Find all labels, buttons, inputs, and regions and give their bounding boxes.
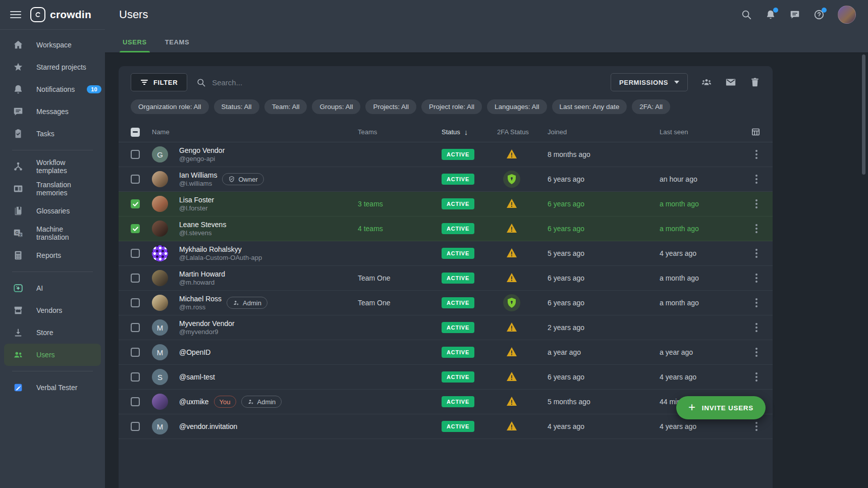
2fa-warning-icon	[496, 371, 544, 383]
sidebar-item-ai[interactable]: AI	[0, 277, 105, 299]
teams-cell[interactable]: 3 teams	[358, 200, 433, 208]
2fa-warning-icon	[496, 149, 544, 160]
notifications-bell-icon[interactable]	[765, 9, 776, 20]
sidebar-item-reports[interactable]: Reports	[0, 244, 105, 266]
translation-memory-icon	[12, 183, 24, 195]
menu-hamburger-icon[interactable]	[10, 9, 21, 20]
user-name[interactable]: Martin Howard	[179, 269, 225, 279]
user-name[interactable]: Mykhailo Rohalskyy	[179, 245, 262, 254]
row-checkbox[interactable]	[131, 150, 140, 159]
help-icon[interactable]	[813, 9, 825, 20]
row-menu-kebab-icon[interactable]	[752, 247, 761, 259]
notification-dot	[773, 8, 778, 13]
search-icon[interactable]	[741, 9, 752, 20]
row-menu-kebab-icon[interactable]	[752, 148, 761, 160]
permissions-dropdown[interactable]: PERMISSIONS	[611, 73, 688, 91]
sidebar: Workspace Starred projects Notifications…	[0, 29, 105, 488]
row-menu-kebab-icon[interactable]	[752, 346, 761, 358]
column-header-status[interactable]: Status ↓	[433, 128, 496, 136]
joined-cell: 5 months ago	[544, 398, 649, 406]
row-checkbox[interactable]	[131, 224, 140, 233]
user-name[interactable]: Gengo Vendor	[179, 146, 225, 155]
column-header-last-seen[interactable]: Last seen	[649, 128, 748, 136]
row-menu-kebab-icon[interactable]	[752, 371, 761, 383]
filter-chip-groups[interactable]: Groups: All	[312, 99, 360, 114]
tab-users[interactable]: USERS	[123, 38, 147, 52]
search-input[interactable]	[212, 78, 373, 87]
row-menu-kebab-icon[interactable]	[752, 223, 761, 235]
teams-cell[interactable]: 4 teams	[358, 225, 433, 233]
user-avatar[interactable]	[838, 6, 856, 24]
filter-chip-team[interactable]: Team: All	[264, 99, 307, 114]
last-seen-cell: a month ago	[649, 274, 748, 282]
user-name[interactable]: Myvendor Vendor	[179, 319, 235, 328]
row-checkbox[interactable]	[131, 249, 140, 258]
joined-cell: 6 years ago	[544, 299, 649, 307]
filter-chip-languages[interactable]: Languages: All	[487, 99, 547, 114]
user-handle: @m.ross	[179, 303, 222, 311]
filter-chip-status[interactable]: Status: All	[214, 99, 259, 114]
row-checkbox[interactable]	[131, 323, 140, 332]
row-menu-kebab-icon[interactable]	[752, 272, 761, 284]
column-header-joined[interactable]: Joined	[544, 128, 649, 136]
row-checkbox[interactable]	[131, 422, 140, 431]
crowdin-logo[interactable]: crowdin	[30, 7, 91, 22]
column-settings-icon[interactable]	[748, 127, 761, 137]
row-checkbox[interactable]	[131, 199, 140, 208]
column-header-name[interactable]: Name	[152, 128, 358, 136]
filter-chip-projects[interactable]: Projects: All	[365, 99, 416, 114]
avatar	[152, 171, 168, 187]
column-header-teams[interactable]: Teams	[358, 128, 433, 136]
filter-button[interactable]: FILTER	[131, 73, 187, 91]
row-menu-kebab-icon[interactable]	[752, 321, 761, 334]
sidebar-item-machine-translation[interactable]: G文 Machine translation	[0, 222, 105, 244]
user-handle: @l.forster	[179, 204, 214, 212]
row-checkbox[interactable]	[131, 175, 140, 184]
tab-teams[interactable]: TEAMS	[165, 38, 190, 52]
sidebar-item-notifications[interactable]: Notifications 10	[0, 78, 105, 100]
row-checkbox[interactable]	[131, 372, 140, 382]
row-menu-kebab-icon[interactable]	[752, 297, 761, 309]
user-name[interactable]: @saml-test	[179, 372, 215, 382]
trash-icon[interactable]	[749, 77, 761, 88]
row-checkbox[interactable]	[131, 397, 140, 406]
row-checkbox[interactable]	[131, 298, 140, 307]
sidebar-item-tasks[interactable]: Tasks	[0, 123, 105, 145]
sidebar-item-verbal-tester[interactable]: Verbal Tester	[0, 376, 105, 399]
invite-users-button[interactable]: + INVITE USERS	[676, 396, 766, 419]
user-name[interactable]: Lisa Foster	[179, 195, 214, 204]
sidebar-item-workflow-templates[interactable]: Workflow templates	[0, 155, 105, 178]
user-name[interactable]: @OpenID	[179, 348, 210, 357]
mail-icon[interactable]	[725, 77, 736, 88]
topbar-brand-area: crowdin	[0, 7, 105, 22]
sidebar-item-vendors[interactable]: Vendors	[0, 299, 105, 321]
manage-teams-icon[interactable]	[701, 77, 712, 88]
joined-cell: 6 years ago	[544, 200, 649, 208]
sidebar-item-users[interactable]: Users	[4, 344, 101, 366]
filter-chip-project-role[interactable]: Project role: All	[421, 99, 482, 114]
filter-chip-2fa[interactable]: 2FA: All	[632, 99, 670, 114]
row-menu-kebab-icon[interactable]	[752, 198, 761, 210]
2fa-shield-icon	[496, 294, 544, 311]
filter-chip-organization-role[interactable]: Organization role: All	[131, 99, 209, 114]
user-name[interactable]: Ian Williams	[179, 171, 217, 180]
sidebar-item-workspace[interactable]: Workspace	[0, 34, 105, 56]
filter-chip-last-seen[interactable]: Last seen: Any date	[552, 99, 627, 114]
sidebar-item-glossaries[interactable]: Glossaries	[0, 200, 105, 222]
sidebar-item-store[interactable]: Store	[0, 321, 105, 344]
row-checkbox[interactable]	[131, 348, 140, 357]
messages-chat-icon[interactable]	[789, 9, 800, 20]
user-name[interactable]: @vendor.invitation	[179, 422, 237, 431]
sidebar-item-translation-memories[interactable]: Translation memories	[0, 178, 105, 200]
user-name[interactable]: @uxmike	[179, 397, 209, 406]
row-checkbox[interactable]	[131, 274, 140, 283]
scrollbar-thumb[interactable]	[862, 55, 865, 175]
sidebar-item-messages[interactable]: Messages	[0, 100, 105, 123]
row-menu-kebab-icon[interactable]	[752, 420, 761, 432]
sidebar-item-starred-projects[interactable]: Starred projects	[0, 56, 105, 78]
user-name[interactable]: Michael Ross	[179, 294, 222, 303]
user-name[interactable]: Leane Stevens	[179, 220, 226, 229]
column-header-2fa[interactable]: 2FA Status	[496, 128, 544, 136]
row-menu-kebab-icon[interactable]	[752, 173, 761, 185]
select-all-checkbox[interactable]	[131, 128, 140, 137]
